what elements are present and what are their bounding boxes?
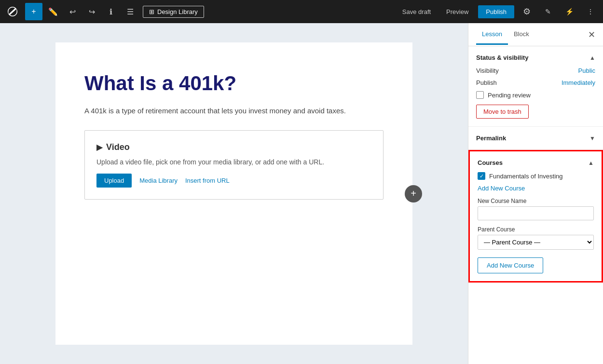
video-block-header: ▶ Video bbox=[96, 142, 371, 152]
editor-content: What Is a 401k? A 401k is a type of reti… bbox=[55, 42, 412, 345]
visibility-row: Visibility Public bbox=[476, 67, 595, 74]
video-icon: ▶ bbox=[96, 143, 102, 152]
courses-section: Courses ▲ Fundamentals of Investing Add … bbox=[468, 150, 603, 283]
sidebar-header: Lesson Block ✕ bbox=[468, 23, 603, 46]
video-actions: Upload Media Library Insert from URL bbox=[96, 174, 371, 188]
video-heading: Video bbox=[106, 142, 130, 152]
publish-value[interactable]: Immediately bbox=[562, 79, 595, 86]
design-library-label: Design Library bbox=[157, 8, 198, 15]
pending-review-label: Pending review bbox=[488, 92, 531, 99]
design-library-icon: ⊞ bbox=[149, 8, 154, 15]
move-to-trash-button[interactable]: Move to trash bbox=[476, 105, 529, 119]
edit-template-button[interactable]: ✎ bbox=[539, 3, 557, 20]
add-course-submit-button[interactable]: Add New Course bbox=[478, 257, 543, 273]
sidebar: Lesson Block ✕ Status & visibility ▲ Vis… bbox=[468, 23, 603, 364]
video-block: ▶ Video Upload a video file, pick one fr… bbox=[84, 130, 384, 200]
parent-course-label: Parent Course bbox=[478, 226, 594, 233]
settings-gear-button[interactable]: ⚙ bbox=[518, 3, 535, 20]
add-block-floating-button[interactable]: + bbox=[405, 185, 422, 202]
toolbar-right: Save draft Preview Publish ⚙ ✎ ⚡ ⋮ bbox=[397, 3, 599, 20]
visibility-value[interactable]: Public bbox=[578, 67, 595, 74]
pending-review-row: Pending review bbox=[476, 91, 595, 99]
add-block-toolbar-button[interactable]: + bbox=[25, 3, 42, 20]
status-visibility-label: Status & visibility bbox=[476, 54, 528, 61]
list-view-button[interactable]: ☰ bbox=[122, 3, 139, 20]
courses-chevron: ▲ bbox=[588, 160, 594, 166]
info-button[interactable]: ℹ bbox=[102, 3, 120, 20]
tab-lesson[interactable]: Lesson bbox=[476, 25, 508, 45]
redo-button[interactable]: ↪ bbox=[83, 3, 100, 20]
design-library-button[interactable]: ⊞ Design Library bbox=[143, 6, 204, 18]
parent-course-select[interactable]: — Parent Course — bbox=[478, 235, 594, 250]
add-new-course-link[interactable]: Add New Course bbox=[478, 185, 594, 192]
save-draft-button[interactable]: Save draft bbox=[397, 5, 437, 18]
permalink-header[interactable]: Permalink ▼ bbox=[476, 135, 595, 142]
publish-row: Publish Immediately bbox=[476, 79, 595, 86]
video-description: Upload a video file, pick one from your … bbox=[96, 158, 371, 166]
undo-button[interactable]: ↩ bbox=[64, 3, 81, 20]
courses-label: Courses bbox=[478, 159, 503, 166]
post-excerpt[interactable]: A 401k is a type of retirement account t… bbox=[84, 105, 384, 117]
new-course-name-input[interactable] bbox=[478, 206, 594, 220]
visibility-label: Visibility bbox=[476, 67, 499, 74]
new-course-name-label: New Course Name bbox=[478, 198, 594, 204]
course-checkbox-fundamentals[interactable] bbox=[478, 172, 485, 180]
permalink-label: Permalink bbox=[476, 135, 506, 142]
publish-label: Publish bbox=[476, 79, 497, 86]
more-options-button[interactable]: ⋮ bbox=[582, 3, 599, 20]
status-visibility-section: Status & visibility ▲ Visibility Public … bbox=[468, 46, 603, 127]
sidebar-close-button[interactable]: ✕ bbox=[588, 29, 595, 40]
toolbar: + ✏️ ↩ ↪ ℹ ☰ ⊞ Design Library Save draft… bbox=[0, 0, 603, 23]
publish-button[interactable]: Publish bbox=[478, 5, 514, 18]
wp-logo bbox=[4, 3, 21, 20]
course-item: Fundamentals of Investing bbox=[478, 172, 594, 180]
permalink-chevron: ▼ bbox=[589, 135, 595, 142]
course-item-label: Fundamentals of Investing bbox=[489, 173, 562, 180]
pending-review-checkbox[interactable] bbox=[476, 91, 484, 99]
permalink-section: Permalink ▼ bbox=[468, 127, 603, 150]
status-visibility-header[interactable]: Status & visibility ▲ bbox=[476, 54, 595, 61]
insert-from-url-button[interactable]: Insert from URL bbox=[185, 177, 230, 184]
plugins-button[interactable]: ⚡ bbox=[561, 3, 578, 20]
status-visibility-chevron: ▲ bbox=[589, 54, 595, 61]
courses-header[interactable]: Courses ▲ bbox=[478, 159, 594, 166]
preview-button[interactable]: Preview bbox=[440, 5, 474, 18]
editor-area: What Is a 401k? A 401k is a type of reti… bbox=[0, 23, 468, 364]
edit-pencil-button[interactable]: ✏️ bbox=[44, 3, 62, 20]
main-layout: What Is a 401k? A 401k is a type of reti… bbox=[0, 23, 603, 364]
post-title[interactable]: What Is a 401k? bbox=[84, 71, 384, 95]
upload-button[interactable]: Upload bbox=[96, 174, 132, 188]
tab-block[interactable]: Block bbox=[508, 25, 535, 45]
media-library-button[interactable]: Media Library bbox=[139, 177, 178, 184]
